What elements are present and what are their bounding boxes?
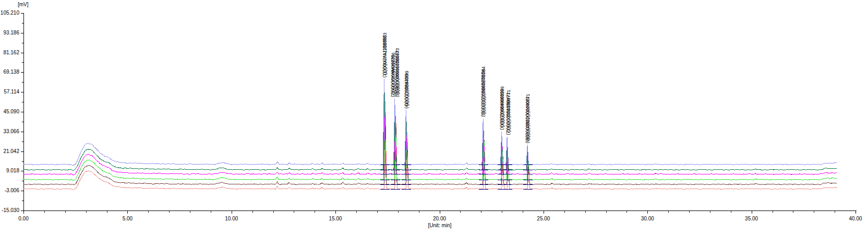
y-tick-label: -3.006 [5,188,20,193]
peak-annotation-label: (X)(5)(2)0684098599 [500,86,505,127]
trace-maroon-line [23,102,837,185]
x-tick-label: 40.00 [849,216,862,221]
chromatogram-canvas: 105.21093.18681.16269.13857.11445.09033.… [0,0,868,234]
x-tick-label: 30.00 [641,216,654,221]
x-tick-label: 15.00 [329,216,342,221]
peak-annotation-label: (5)(4)(3)(2)8B66B7B5B4 [481,66,486,114]
x-tick-label: 35.00 [745,216,758,221]
x-axis-unit-label: [Unit: min] [416,223,464,228]
y-tick-label: 21.042 [3,148,19,154]
x-tick-label: 0.00 [18,216,29,221]
y-tick-label: 105.210 [1,10,20,16]
y-tick-label: 33.066 [3,128,19,134]
peak-annotation-label: (7)(4)(X)35B18B0Y71 [506,90,511,133]
peak-annotation-label: (5)(0)(X)0360163B6673 [395,48,400,95]
y-tick-label: 93.186 [3,30,19,36]
x-tick-label: 25.00 [537,216,550,221]
trace-darkgreen-line [23,87,837,171]
peak-annotation-label: (4)(X)(2)9B8430I9 [404,71,409,106]
y-tick-label: -15.030 [2,207,19,213]
y-tick-label: 9.018 [6,168,19,173]
y-tick-label: 69.138 [3,69,19,75]
trace-blue-line [23,79,837,166]
chromatogram-panel: 105.21093.18681.16269.13857.11445.09033.… [0,0,868,234]
x-tick-label: 20.00 [433,216,446,221]
peak-annotation-label: (0)(5)(4)3B2(X)0240071 [525,93,531,141]
x-tick-label: 10.00 [225,216,238,221]
trace-salmon-line [23,103,837,190]
y-axis-unit-label: [mV] [18,2,29,7]
trace-magenta-line [23,95,837,176]
peak-annotation-label: (1)(X)0U7A1J1B6853 [382,32,388,75]
y-tick-label: 81.162 [3,50,19,55]
x-tick-label: 5.00 [123,216,133,221]
y-tick-label: 57.114 [4,89,19,95]
y-tick-label: 45.090 [3,109,19,114]
